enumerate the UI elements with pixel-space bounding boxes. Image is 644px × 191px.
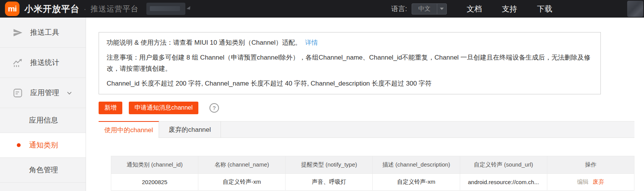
- col-notify-type: 提醒类型 (notify_type): [286, 156, 373, 174]
- sidebar-item-label: 应用信息: [29, 115, 58, 125]
- channel-table-container: 通知类别 (channel_id) 名称 (channel_name) 提醒类型…: [111, 156, 634, 191]
- topbar-right-group: 语言: 中文 文档 支持 下载: [391, 3, 552, 15]
- tab-active-channels[interactable]: 使用中的channel: [99, 121, 159, 138]
- chart-icon: [13, 58, 23, 68]
- sidebar-item-push-stats[interactable]: 推送统计: [0, 48, 86, 78]
- table-header-row: 通知类别 (channel_id) 名称 (channel_name) 提醒类型…: [111, 156, 634, 174]
- nav-link-support[interactable]: 支持: [502, 4, 517, 14]
- col-sound-url: 自定义铃声 (sound_url): [460, 156, 547, 174]
- question-mark-icon[interactable]: ?: [209, 103, 219, 113]
- sidebar-item-notification-category[interactable]: 通知类别: [0, 133, 86, 158]
- mi-logo-icon[interactable]: mi: [5, 2, 19, 16]
- col-operations: 操作: [547, 156, 634, 174]
- language-label: 语言:: [391, 4, 407, 13]
- brand-separator: ·: [84, 5, 86, 13]
- sidebar-item-push-tools[interactable]: 推送工具: [0, 18, 86, 48]
- add-channel-button[interactable]: 新增: [99, 102, 122, 114]
- active-dot-icon: [17, 143, 21, 147]
- toolbar: 新增 申请通知消息channel ?: [99, 102, 644, 114]
- edit-link[interactable]: 编辑: [577, 178, 589, 185]
- apps-icon: [13, 88, 23, 98]
- sidebar-item-label: 通知类别: [29, 140, 58, 150]
- apply-notification-channel-button[interactable]: 申请通知消息channel: [129, 102, 198, 114]
- tab-strip-filler: [221, 121, 634, 138]
- cell-sound-url: android.resource://com.ch...: [460, 174, 547, 191]
- cell-channel-name: 自定义铃声-xm: [198, 174, 286, 191]
- detail-link[interactable]: 详情: [305, 39, 318, 46]
- nav-link-download[interactable]: 下载: [537, 4, 552, 14]
- language-value: 中文: [412, 5, 437, 13]
- app-selector-dropdown[interactable]: [146, 3, 185, 15]
- cell-channel-id: 20200825: [111, 174, 198, 191]
- channel-table: 通知类别 (channel_id) 名称 (channel_name) 提醒类型…: [111, 156, 634, 191]
- notice-box: 功能说明 & 使用方法：请查看 MIUI 10 通知类别（Channel）适配。…: [99, 32, 601, 94]
- cell-notify-type: 声音、呼吸灯: [286, 174, 373, 191]
- cell-operations: 编辑 废弃: [547, 174, 634, 191]
- platform-subtitle: 推送运营平台: [91, 4, 139, 14]
- col-channel-description: 描述 (channel_description): [373, 156, 460, 174]
- main-content: 功能说明 & 使用方法：请查看 MIUI 10 通知类别（Channel）适配。…: [86, 18, 644, 191]
- sidebar-item-app-management[interactable]: 应用管理: [0, 78, 86, 108]
- notice-line-warning: 注意事项：用户最多可创建 8 组 Channel（申请预置channel除外），…: [107, 52, 593, 74]
- sidebar-item-app-info[interactable]: 应用信息: [0, 108, 86, 133]
- notice-line-usage: 功能说明 & 使用方法：请查看 MIUI 10 通知类别（Channel）适配。…: [107, 38, 593, 47]
- sidebar: 推送工具 推送统计 应用管理: [0, 18, 86, 191]
- tab-discarded-channels[interactable]: 废弃的channel: [159, 121, 221, 138]
- top-bar: mi 小米开放平台 · 推送运营平台 语言: 中文 文档 支持 下载: [0, 0, 644, 18]
- caret-down-icon: [440, 8, 444, 10]
- caret-down-icon: [187, 6, 192, 11]
- nav-link-docs[interactable]: 文档: [467, 4, 482, 14]
- chevron-down-icon: [66, 90, 73, 96]
- sidebar-item-label: 推送工具: [30, 28, 59, 37]
- col-channel-id: 通知类别 (channel_id): [111, 156, 198, 174]
- col-channel-name: 名称 (channel_name): [198, 156, 286, 174]
- redacted-app-name: [150, 6, 180, 11]
- notice-line1-text: 功能说明 & 使用方法：请查看 MIUI 10 通知类别（Channel）适配。: [107, 39, 302, 46]
- sidebar-item-label: 角色管理: [29, 165, 58, 175]
- sidebar-item-role-management[interactable]: 角色管理: [0, 158, 86, 183]
- brand-title: 小米开放平台: [24, 3, 79, 15]
- user-avatar-blurred[interactable]: [627, 1, 643, 17]
- sidebar-item-label: 应用管理: [30, 88, 59, 98]
- discard-link[interactable]: 废弃: [593, 178, 604, 185]
- language-caret-zone: [437, 4, 446, 14]
- channel-tabs: 使用中的channel 废弃的channel: [99, 121, 634, 138]
- cell-channel-description: 自定义铃声-xm: [373, 174, 460, 191]
- table-row: 20200825 自定义铃声-xm 声音、呼吸灯 自定义铃声-xm androi…: [111, 174, 634, 191]
- notice-line-limits: Channel_id 长度不超过 200 字符, Channel_name 长度…: [107, 79, 593, 88]
- page-body: 推送工具 推送统计 应用管理: [0, 18, 644, 191]
- language-select[interactable]: 中文: [412, 3, 447, 15]
- paper-plane-icon: [13, 28, 23, 38]
- sidebar-item-label: 推送统计: [30, 58, 59, 68]
